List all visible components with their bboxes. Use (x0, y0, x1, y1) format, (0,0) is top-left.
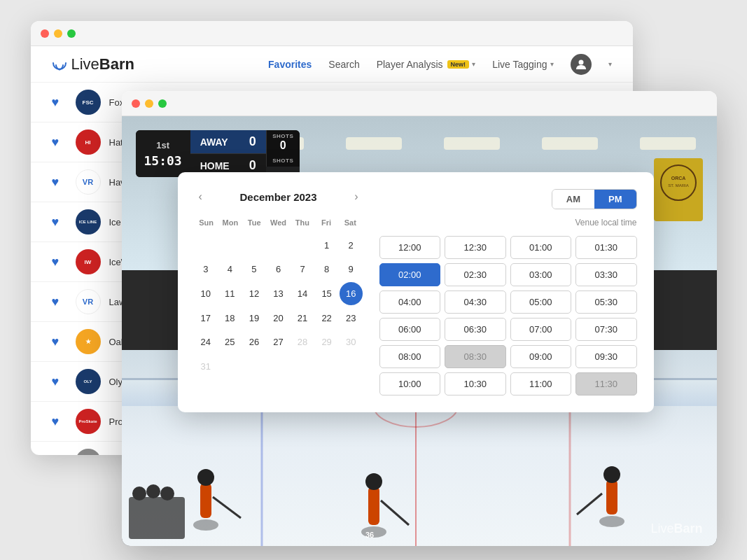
cal-day[interactable]: 21 (291, 307, 314, 330)
dow-wed: Wed (266, 216, 290, 230)
time-option-button[interactable]: 09:00 (510, 345, 572, 368)
cal-day: 30 (340, 330, 363, 354)
cal-day[interactable]: 7 (291, 258, 314, 281)
time-option-button[interactable]: 07:30 (575, 318, 637, 341)
heart-icon[interactable]: ♥ (52, 335, 67, 349)
am-button[interactable]: AM (552, 190, 594, 209)
heart-icon[interactable]: ♥ (52, 295, 67, 309)
svg-point-29 (661, 165, 696, 200)
cal-day (218, 234, 242, 257)
time-option-button[interactable]: 04:00 (379, 290, 441, 314)
time-option-button[interactable]: 03:00 (510, 263, 572, 286)
cal-day[interactable]: 23 (340, 307, 363, 330)
time-option-button[interactable]: 03:30 (575, 263, 637, 286)
cal-day[interactable]: 24 (195, 330, 218, 354)
cal-next-button[interactable]: › (350, 189, 362, 204)
cal-day[interactable]: 5 (243, 258, 266, 281)
time-option-button[interactable]: 09:30 (575, 345, 637, 368)
heart-icon[interactable]: ♥ (52, 414, 67, 429)
cal-day[interactable]: 27 (267, 330, 290, 354)
time-option-button[interactable]: 05:30 (575, 290, 637, 314)
heart-icon[interactable]: ♥ (52, 95, 67, 110)
cal-day[interactable]: 2 (340, 234, 363, 257)
front-maximize-dot[interactable] (158, 99, 167, 108)
scene: LiveBarn Favorites Search Player Analysi… (31, 21, 717, 539)
cal-day (267, 234, 290, 257)
close-dot[interactable] (41, 29, 49, 38)
cal-prev-button[interactable]: ‹ (195, 189, 207, 204)
dow-fri: Fri (314, 216, 338, 230)
time-option-button[interactable]: 10:30 (445, 372, 506, 396)
user-icon (575, 59, 587, 70)
cal-day[interactable]: 16 (340, 282, 363, 305)
cal-day[interactable]: 25 (218, 330, 242, 354)
cal-day[interactable]: 10 (195, 282, 218, 305)
time-option-button[interactable]: 01:30 (575, 236, 637, 259)
heart-icon[interactable]: ♥ (52, 255, 67, 270)
cal-day[interactable]: 26 (243, 330, 266, 354)
cal-day[interactable]: 15 (315, 282, 338, 305)
time-option-button[interactable]: 04:30 (445, 290, 506, 314)
svg-point-14 (197, 469, 214, 486)
time-option-button: 08:30 (445, 345, 506, 368)
user-avatar[interactable] (571, 54, 592, 75)
cal-day[interactable]: 12 (243, 282, 266, 305)
cal-day[interactable]: 19 (243, 307, 266, 330)
svg-rect-4 (346, 137, 402, 150)
cal-day[interactable]: 8 (315, 258, 338, 281)
home-label: HOME (200, 160, 242, 172)
home-shots-block: SHOTS (266, 155, 300, 167)
time-option-button[interactable]: 12:00 (379, 236, 441, 259)
cal-day[interactable]: 20 (267, 307, 290, 330)
maximize-dot[interactable] (67, 29, 76, 38)
cal-day[interactable]: 22 (315, 307, 338, 330)
cal-day (315, 355, 338, 378)
heart-icon[interactable]: ♥ (52, 175, 67, 190)
svg-rect-5 (444, 137, 500, 150)
nav-search[interactable]: Search (328, 59, 359, 70)
cal-day[interactable]: 17 (195, 307, 218, 330)
period-label: 1st (156, 140, 169, 150)
time-option-button[interactable]: 05:00 (510, 290, 572, 314)
cal-day[interactable]: 4 (218, 258, 242, 281)
time-option-button[interactable]: 12:30 (445, 236, 506, 259)
time-option-button[interactable]: 08:00 (379, 345, 441, 368)
time-option-button[interactable]: 02:30 (445, 263, 506, 286)
cal-day[interactable]: 9 (340, 258, 363, 281)
time-option-button[interactable]: 10:00 (379, 372, 441, 396)
time-option-button[interactable]: 01:00 (510, 236, 572, 259)
svg-point-1 (578, 59, 583, 64)
svg-point-18 (365, 473, 382, 490)
cal-day[interactable]: 3 (195, 258, 218, 281)
heart-icon[interactable]: ♥ (52, 135, 67, 150)
home-score: 0 (249, 158, 256, 173)
cal-day: 28 (291, 330, 314, 354)
cal-day[interactable]: 11 (218, 282, 242, 305)
time-option-button[interactable]: 07:00 (510, 318, 572, 341)
time-option-button: 02:00 (379, 263, 441, 286)
cal-day[interactable]: 14 (291, 282, 314, 305)
cal-day[interactable]: 13 (267, 282, 290, 305)
front-close-dot[interactable] (132, 99, 140, 108)
heart-icon[interactable]: ♥ (52, 215, 67, 230)
nav-player-analysis[interactable]: Player Analysis (377, 59, 443, 70)
time-option-button[interactable]: 06:00 (379, 318, 441, 341)
nav-live-tagging-group: Live Tagging ▾ (492, 59, 553, 70)
dow-sun: Sun (195, 216, 218, 230)
cal-day[interactable]: 6 (267, 258, 290, 281)
cal-day: 31 (195, 355, 218, 378)
time-option-button[interactable]: 06:30 (445, 318, 506, 341)
cal-days-of-week: Sun Mon Tue Wed Thu Fri Sat (195, 216, 363, 230)
minimize-dot[interactable] (54, 29, 62, 38)
calendar-section: ‹ December 2023 › Sun Mon Tue Wed Thu Fr… (195, 189, 363, 396)
heart-icon[interactable]: ♥ (52, 454, 67, 456)
cal-day[interactable]: 1 (315, 234, 338, 257)
nav-bar: LiveBarn Favorites Search Player Analysi… (31, 46, 633, 83)
pm-button[interactable]: PM (594, 190, 636, 209)
nav-favorites[interactable]: Favorites (268, 59, 312, 70)
nav-live-tagging[interactable]: Live Tagging (492, 59, 547, 70)
front-minimize-dot[interactable] (145, 99, 153, 108)
time-option-button[interactable]: 11:00 (510, 372, 572, 396)
heart-icon[interactable]: ♥ (52, 374, 67, 389)
cal-day[interactable]: 18 (218, 307, 242, 330)
